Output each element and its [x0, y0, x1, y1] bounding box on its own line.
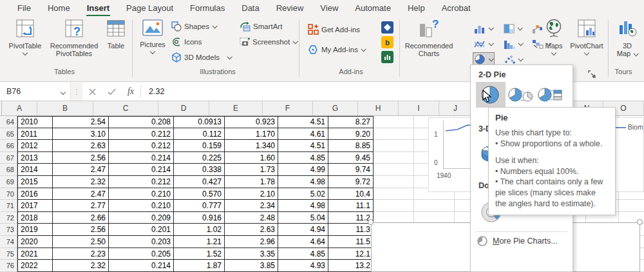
3d-models-button[interactable]: 3D Models	[171, 52, 231, 63]
cell-D75[interactable]: 1.52	[174, 248, 225, 260]
cell-D72[interactable]: 0.916	[174, 212, 225, 224]
cell-E67[interactable]: 1.60	[225, 152, 278, 164]
cell-E72[interactable]: 2.48	[225, 212, 278, 224]
row-header-66[interactable]: 66	[0, 140, 17, 152]
cell-A72[interactable]: 2018	[17, 212, 53, 224]
cell-F71[interactable]: 4.98	[278, 200, 328, 212]
cell-G71[interactable]: 11.1	[328, 200, 374, 212]
row-header-74[interactable]: 74	[0, 236, 17, 248]
cell-B66[interactable]: 2.63	[53, 140, 109, 152]
cell-E69[interactable]: 1.78	[225, 176, 278, 188]
cell-G75[interactable]: 12.1	[328, 248, 374, 260]
pivotchart-button[interactable]: PivotChart	[567, 19, 607, 55]
cell-B73[interactable]: 2.56	[53, 224, 109, 236]
cell-H68[interactable]	[374, 164, 414, 176]
column-header-F[interactable]: F	[263, 101, 313, 115]
cell-D71[interactable]: 0.777	[174, 200, 225, 212]
cell-D68[interactable]: 0.338	[174, 164, 225, 176]
row-header-64[interactable]: 64	[0, 116, 17, 128]
cell-G70[interactable]: 10.4	[328, 188, 374, 200]
row-header-75[interactable]: 75	[0, 248, 17, 260]
cell-D65[interactable]: 0.112	[174, 128, 225, 141]
column-header-H[interactable]: H	[358, 101, 399, 115]
formula-input[interactable]: 2.32	[141, 83, 164, 101]
cell-C66[interactable]: 0.212	[109, 140, 174, 152]
smartart-button[interactable]: SmartArt	[240, 21, 282, 32]
column-header-A[interactable]: A	[2, 101, 37, 115]
cell-A74[interactable]: 2020	[17, 236, 53, 248]
cell-G74[interactable]: 11.5	[328, 236, 374, 248]
cell-C74[interactable]: 0.203	[109, 236, 174, 248]
ribbon-tab-insert[interactable]: Insert	[79, 1, 118, 16]
cell-H69[interactable]	[374, 176, 414, 188]
cell-G64[interactable]: 8.27	[328, 116, 374, 128]
3d-map-button[interactable]: 3D Map	[612, 19, 643, 58]
ribbon-tab-home[interactable]: Home	[39, 1, 79, 16]
cancel-entry-button[interactable]	[82, 83, 102, 101]
cell-A71[interactable]: 2017	[17, 200, 53, 212]
confirm-entry-button[interactable]	[102, 83, 121, 101]
column-header-G[interactable]: G	[313, 101, 358, 115]
cell-C76[interactable]: 0.214	[109, 260, 174, 272]
cell-A69[interactable]: 2015	[17, 176, 53, 188]
cell-H67[interactable]	[374, 152, 414, 164]
row-header-67[interactable]: 67	[0, 152, 17, 164]
people-graph-addin-icon[interactable]	[381, 51, 393, 63]
shapes-button[interactable]: Shapes	[171, 21, 216, 32]
insert-hierarchy-chart-button[interactable]	[502, 21, 523, 35]
cell-B65[interactable]: 3.10	[53, 128, 109, 141]
cell-F64[interactable]: 4.51	[278, 116, 328, 128]
cell-E66[interactable]: 1.340	[225, 140, 278, 152]
cell-D73[interactable]: 1.02	[174, 224, 225, 236]
more-pie-charts-item[interactable]: More Pie Charts...	[471, 232, 573, 250]
cell-D69[interactable]: 0.427	[174, 176, 225, 188]
cell-E70[interactable]: 2.10	[225, 188, 278, 200]
ribbon-tab-automate[interactable]: Automate	[346, 1, 399, 16]
cell-B74[interactable]: 2.50	[53, 236, 109, 248]
cell-B72[interactable]: 2.66	[53, 212, 109, 224]
cell-I71[interactable]	[414, 200, 455, 212]
pie-of-pie-option[interactable]	[506, 82, 535, 108]
cell-B75[interactable]: 2.23	[53, 248, 109, 260]
cell-B70[interactable]: 2.47	[53, 188, 109, 200]
cell-A76[interactable]: 2022	[17, 260, 53, 272]
cell-G73[interactable]: 11.3	[328, 224, 374, 236]
cell-F67[interactable]: 4.85	[278, 152, 328, 164]
cell-F72[interactable]: 5.04	[278, 212, 328, 224]
pivottable-button[interactable]: PivotTable	[5, 19, 45, 55]
ribbon-tab-data[interactable]: Data	[233, 1, 267, 16]
cell-B76[interactable]: 2.32	[53, 260, 109, 272]
cell-C70[interactable]: 0.210	[109, 188, 174, 200]
row-header-68[interactable]: 68	[0, 164, 17, 176]
visio-addin-icon[interactable]	[381, 21, 393, 34]
cell-H71[interactable]	[374, 200, 414, 212]
cell-H65[interactable]	[374, 128, 414, 141]
cell-A67[interactable]: 2013	[17, 152, 53, 164]
cell-E73[interactable]: 2.63	[225, 224, 278, 236]
cell-B64[interactable]: 2.54	[53, 116, 109, 128]
cell-F75[interactable]: 4.85	[278, 248, 328, 260]
row-header-69[interactable]: 69	[0, 176, 17, 188]
cell-E71[interactable]: 2.34	[225, 200, 278, 212]
bing-maps-addin-icon[interactable]: b	[381, 36, 393, 48]
cell-D67[interactable]: 0.225	[174, 152, 225, 164]
insert-statistic-chart-button[interactable]	[502, 37, 524, 51]
cell-F70[interactable]: 5.02	[278, 188, 328, 200]
bar-of-pie-option[interactable]	[535, 82, 565, 108]
cell-E74[interactable]: 2.96	[225, 236, 278, 248]
cell-G69[interactable]: 9.72	[328, 176, 374, 188]
ribbon-tab-page-layout[interactable]: Page Layout	[118, 1, 182, 16]
cell-H64[interactable]	[374, 116, 414, 128]
icons-button[interactable]: Icons	[171, 37, 202, 47]
cell-C75[interactable]: 0.205	[109, 248, 174, 260]
recommended-pivottables-button[interactable]: ? Recommended PivotTables	[46, 19, 102, 58]
ribbon-tab-review[interactable]: Review	[268, 1, 312, 16]
cell-E64[interactable]: 0.923	[225, 116, 278, 128]
cell-B67[interactable]: 2.56	[53, 152, 109, 164]
cell-H66[interactable]	[374, 140, 414, 152]
cell-G65[interactable]: 9.20	[328, 128, 374, 141]
cell-G68[interactable]: 9.74	[328, 164, 374, 176]
cell-G76[interactable]: 13.2	[328, 260, 374, 272]
cell-C69[interactable]: 0.212	[109, 176, 174, 188]
column-header-B[interactable]: B	[37, 101, 93, 115]
